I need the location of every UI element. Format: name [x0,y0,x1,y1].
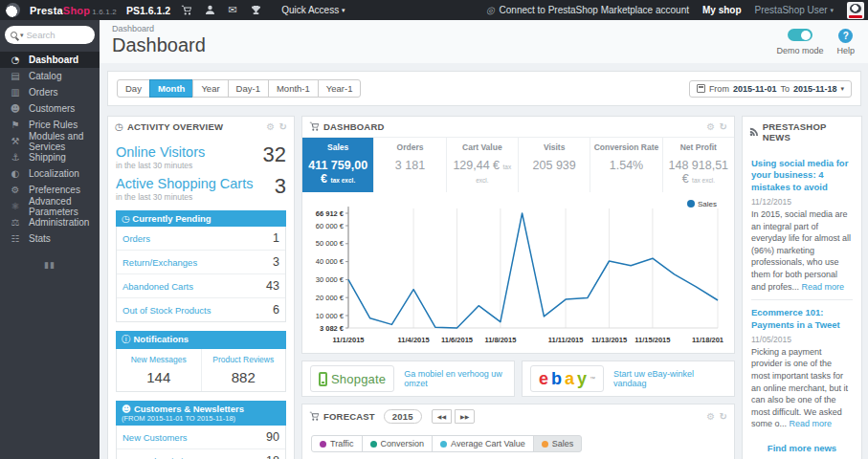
filter-day-button[interactable]: Day [117,79,150,98]
demo-mode-toggle[interactable] [788,29,812,41]
panel-refresh-icon[interactable]: ↻ [278,121,287,132]
sidebar-item-modules-and-services[interactable]: ⚒Modules and Services [0,133,100,149]
kpi-net-profit[interactable]: Net Profit148 918,51 € tax excl. [662,138,734,192]
sales-line-chart: 3 082 €10 000 €20 000 €30 000 €40 000 €5… [304,196,730,351]
messages-icon[interactable]: ✉ [226,4,239,16]
read-more-link[interactable]: Read more [790,419,833,428]
svg-text:11/6/2015: 11/6/2015 [441,336,473,344]
customers-range: (FROM 2015-11-01 TO 2015-11-18) [122,414,280,423]
filter-year-1-button[interactable]: Year-1 [318,79,362,98]
svg-text:40 000 €: 40 000 € [316,257,345,266]
ebay-module: ebay™ Start uw eBay-winkel vandaag [522,361,735,397]
sidebar-collapse-button[interactable]: ▮▮ [0,260,100,270]
new-subscriptions-row[interactable]: New Subscriptions18 [117,448,285,459]
svg-text:60 000 €: 60 000 € [316,222,345,230]
filter-day-1-button[interactable]: Day-1 [228,79,269,98]
topbar: PrestaShop1.6.1.2 PS1.6.1.2 ✉ Quick Acce… [0,0,868,20]
search-scope-caret-icon[interactable]: ▾ [20,32,24,39]
cart-icon [309,121,320,132]
people-icon: ☻ [10,103,21,114]
cogs-icon: ⚛ [10,201,21,211]
news-title: PRESTASHOP NEWS [763,121,855,142]
kpi-sales[interactable]: Sales411 759,00 € tax excl. [302,138,373,192]
pending-row-out-of-stock[interactable]: Out of Stock Products6 [117,297,285,321]
read-more-link[interactable]: Read more [802,282,845,292]
news-article-title[interactable]: Ecommerce 101: Payments in a Tweet [751,307,853,331]
prestashop-logo-icon[interactable] [6,3,20,17]
help-icon[interactable]: ? [838,29,853,43]
online-visitors-link[interactable]: Online Visitors [116,144,205,160]
legend-dot [320,441,326,448]
forecast-next-button[interactable]: ▶▶ [455,409,475,424]
clock-icon: ◷ [122,213,129,224]
forecast-legend-average-cart-value[interactable]: Average Cart Value [432,435,534,452]
sidebar-item-customers[interactable]: ☻Customers [0,100,100,117]
filter-month-button[interactable]: Month [149,79,194,98]
avatar[interactable] [847,2,864,19]
sidebar-item-dashboard[interactable]: ◔Dashboard [0,52,100,68]
ebay-link[interactable]: Start uw eBay-winkel vandaag [613,369,726,388]
sidebar-item-shipping[interactable]: ⚓Shipping [0,149,100,165]
new-messages-cell[interactable]: New Messages144 [117,349,201,391]
forecast-title: FORECAST [323,411,375,422]
marketplace-link[interactable]: ◎ Connect to PrestaShop Marketplace acco… [486,5,689,15]
new-customers-row[interactable]: New Customers90 [117,426,285,448]
sidebar-item-stats[interactable]: ☷Stats [0,230,100,247]
kpi-orders[interactable]: Orders3 181 [373,138,445,192]
shopgate-link[interactable]: Ga mobiel en verhoog uw omzet [404,369,506,388]
toggle-knob [801,31,811,40]
news-article-date: 11/05/2015 [751,335,853,344]
forecast-legend-conversion[interactable]: Conversion [362,435,434,452]
sidebar-item-administration[interactable]: ⚖Administration [0,214,100,230]
my-shop-link[interactable]: My shop [702,5,742,15]
filter-month-1-button[interactable]: Month-1 [268,79,319,98]
panel-settings-icon[interactable]: ⚙ [706,411,715,422]
period-button-group: Day Month Year Day-1 Month-1 Year-1 [117,79,361,98]
svg-text:50 000 €: 50 000 € [316,239,345,248]
kpi-cart-value[interactable]: Cart Value129,44 € tax excl. [446,138,518,192]
pending-row-returns[interactable]: Return/Exchanges3 [117,250,285,273]
forecast-legend-traffic[interactable]: Traffic [311,435,363,452]
product-reviews-cell[interactable]: Product Reviews882 [201,349,286,391]
panel-refresh-icon[interactable]: ↻ [719,411,727,422]
panel-refresh-icon[interactable]: ↻ [719,121,727,132]
news-article-title[interactable]: Using social media for your business: 4 … [751,158,853,193]
bar-chart-icon: ☷ [10,233,21,244]
forecast-legend-sales[interactable]: Sales [533,435,583,452]
truck-icon: ⚓ [10,152,21,163]
svg-text:11/4/2015: 11/4/2015 [398,336,430,344]
trophy-icon[interactable] [249,5,262,15]
filter-year-button[interactable]: Year [192,79,228,98]
quick-access-menu[interactable]: Quick Access ▾ [281,5,345,15]
activity-icon: ◷ [115,121,123,132]
sidebar-search[interactable]: ▾ [5,26,95,44]
main-content: Dashboard Dashboard Demo mode ? Help Day… [100,20,868,459]
pending-row-orders[interactable]: Orders1 [117,227,285,250]
legend-dot [440,441,447,448]
date-range-button[interactable]: From2015-11-01 To2015-11-18 ▾ [689,80,852,98]
find-more-news-link[interactable]: Find more news [751,437,853,459]
demo-mode-label: Demo mode [776,46,823,55]
user-menu[interactable]: PrestaShop User ▾ [755,5,834,15]
sidebar-item-catalog[interactable]: ▤Catalog [0,68,100,84]
cart-icon[interactable] [180,5,193,16]
sidebar-item-orders[interactable]: ▥Orders [0,84,100,100]
kpi-conversion-rate[interactable]: Conversion Rate1.54% [590,138,661,192]
active-carts-link[interactable]: Active Shopping Carts [116,176,253,191]
tools-icon: ⚒ [10,136,21,146]
pending-row-abandoned-carts[interactable]: Abandoned Carts43 [117,273,285,297]
customer-quick-icon[interactable] [203,5,216,15]
globe-icon: ◐ [10,168,21,179]
search-input[interactable] [27,30,89,40]
kpi-visits[interactable]: Visits205 939 [518,138,590,192]
sidebar-item-localization[interactable]: ◐Localization [0,165,100,182]
forecast-prev-button[interactable]: ◀◀ [432,409,452,424]
panel-settings-icon[interactable]: ⚙ [706,121,715,132]
sidebar-item-advanced-parameters[interactable]: ⚛Advanced Parameters [0,198,100,214]
online-visitors-sub: in the last 30 minutes [116,161,205,170]
panel-settings-icon[interactable]: ⚙ [266,121,275,132]
breadcrumb[interactable]: Dashboard [112,24,858,33]
info-icon: ⓘ [122,334,131,344]
svg-text:Sales: Sales [698,200,717,208]
page-header: Dashboard Dashboard Demo mode ? Help [100,20,868,63]
